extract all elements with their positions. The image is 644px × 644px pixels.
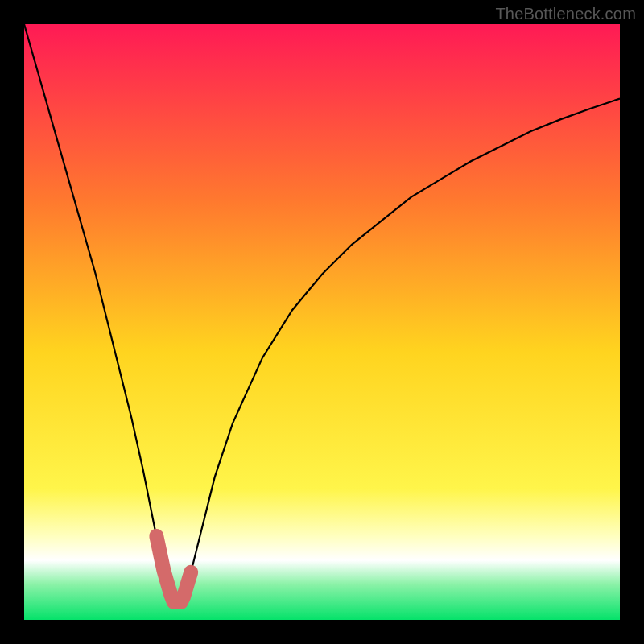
gradient-background [24,24,620,620]
watermark-text: TheBottleneck.com [495,5,636,23]
chart-svg [24,24,620,620]
plot-area [24,24,620,620]
chart-frame: TheBottleneck.com [0,0,644,644]
